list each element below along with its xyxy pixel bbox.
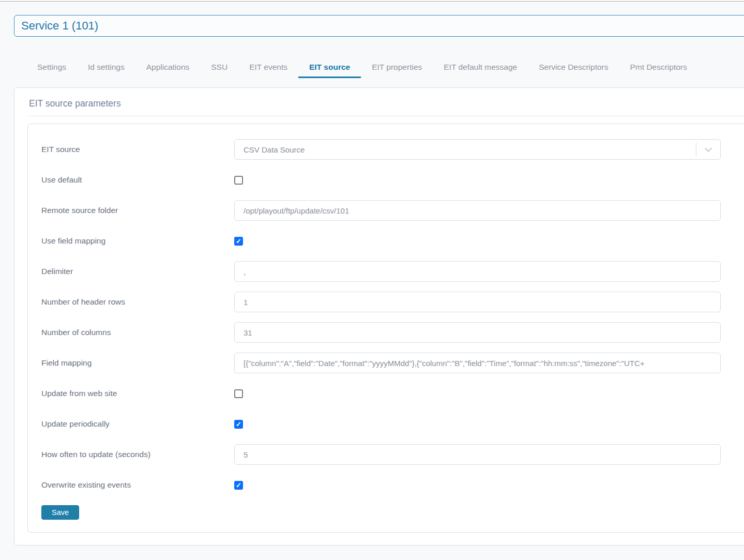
tab-ssu[interactable]: SSU [200, 57, 238, 78]
service-title-box: Service 1 (101) [14, 15, 744, 37]
update-periodically-checkbox[interactable]: ✓ [234, 420, 243, 429]
form-row-update-periodically: Update periodically ✓ [41, 414, 744, 434]
tab-eit-properties[interactable]: EIT properties [361, 57, 433, 78]
delimiter-label: Delimiter [41, 267, 234, 276]
page-title: Service 1 (101) [21, 19, 98, 33]
form-row-delimiter: Delimiter [41, 261, 744, 282]
form-row-use-field-mapping: Use field mapping ✓ [41, 231, 744, 251]
form-row-number-of-header-rows: Number of header rows [41, 292, 744, 312]
remote-source-folder-label: Remote source folder [41, 206, 234, 215]
tab-eit-events[interactable]: EIT events [238, 57, 298, 78]
form-row-field-mapping: Field mapping [41, 353, 744, 373]
form-row-eit-source: EIT source CSV Data Source [41, 139, 744, 160]
eit-source-label: EIT source [41, 145, 234, 154]
update-from-web-site-checkbox[interactable] [234, 389, 243, 398]
use-default-checkbox[interactable] [234, 176, 243, 185]
tab-eit-source[interactable]: EIT source [298, 57, 361, 78]
field-mapping-input[interactable] [234, 353, 721, 373]
use-field-mapping-label: Use field mapping [41, 236, 234, 246]
eit-source-form: EIT source CSV Data Source Use default R… [27, 124, 744, 533]
eit-source-panel: EIT source parameters EIT source CSV Dat… [14, 87, 744, 546]
tab-pmt-descriptors[interactable]: Pmt Descriptors [619, 57, 698, 78]
number-of-columns-label: Number of columns [41, 328, 234, 337]
update-from-web-site-label: Update from web site [41, 389, 234, 398]
how-often-to-update-input[interactable] [234, 444, 721, 465]
tab-applications[interactable]: Applications [135, 57, 201, 78]
number-of-columns-input[interactable] [234, 322, 721, 343]
form-row-remote-source-folder: Remote source folder [41, 200, 744, 221]
number-of-header-rows-label: Number of header rows [41, 297, 234, 307]
tab-service-descriptors[interactable]: Service Descriptors [528, 57, 619, 78]
form-row-use-default: Use default [41, 170, 744, 190]
overwrite-existing-events-label: Overwrite existing events [41, 480, 234, 490]
window-top-edge [0, 0, 744, 2]
form-row-save: Save [41, 505, 744, 520]
form-row-how-often-to-update: How often to update (seconds) [41, 444, 744, 465]
remote-source-folder-input[interactable] [234, 200, 721, 221]
tab-eit-default-message[interactable]: EIT default message [433, 57, 528, 78]
how-often-to-update-label: How often to update (seconds) [41, 450, 234, 459]
save-button[interactable]: Save [41, 505, 79, 520]
form-row-number-of-columns: Number of columns [41, 322, 744, 343]
form-row-overwrite-existing-events: Overwrite existing events ✓ [41, 475, 744, 495]
field-mapping-label: Field mapping [41, 358, 234, 368]
eit-source-select[interactable]: CSV Data Source [234, 139, 721, 160]
delimiter-input[interactable] [234, 261, 721, 282]
tab-bar: Settings Id settings Applications SSU EI… [0, 57, 744, 78]
use-default-label: Use default [41, 175, 234, 185]
panel-heading: EIT source parameters [29, 88, 744, 116]
chevron-down-icon[interactable] [696, 148, 720, 151]
tab-id-settings[interactable]: Id settings [77, 57, 135, 78]
tab-settings[interactable]: Settings [26, 57, 77, 78]
eit-source-selected-value: CSV Data Source [235, 145, 696, 154]
update-periodically-label: Update periodically [41, 419, 234, 429]
overwrite-existing-events-checkbox[interactable]: ✓ [234, 481, 243, 490]
use-field-mapping-checkbox[interactable]: ✓ [234, 237, 243, 246]
number-of-header-rows-input[interactable] [234, 292, 721, 312]
form-row-update-from-web-site: Update from web site [41, 383, 744, 404]
